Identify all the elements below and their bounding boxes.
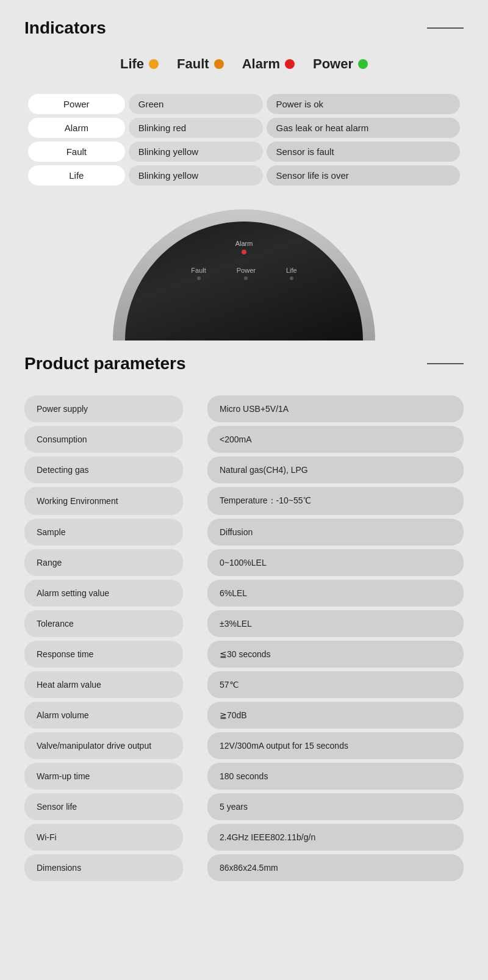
legend-dot-fault xyxy=(214,59,224,69)
product-params-section: Product parameters Power supply Micro US… xyxy=(24,354,464,885)
legend-dot-power xyxy=(358,59,368,69)
indicator-desc-1: Gas leak or heat alarm xyxy=(267,118,460,138)
param-spacer-1 xyxy=(183,426,207,453)
param-label-2: Detecting gas xyxy=(24,456,183,483)
legend-item-fault: Fault xyxy=(177,56,224,72)
param-spacer-9 xyxy=(183,671,207,698)
indicators-header-line xyxy=(427,27,464,29)
param-label-11: Valve/manipulator drive output xyxy=(24,732,183,759)
indicators-table: Power Green Power is ok Alarm Blinking r… xyxy=(24,90,464,189)
param-row: Heat alarm value 57℃ xyxy=(24,671,464,698)
param-value-8: ≦30 seconds xyxy=(207,641,464,668)
indicator-row: Power Green Power is ok xyxy=(28,94,460,114)
device-alarm-label: Alarm xyxy=(235,240,253,247)
param-value-6: 6%LEL xyxy=(207,580,464,607)
legend-item-power: Power xyxy=(313,56,368,72)
params-title: Product parameters xyxy=(24,354,186,373)
param-row: Warm-up time 180 seconds xyxy=(24,763,464,790)
param-spacer-13 xyxy=(183,793,207,820)
param-value-12: 180 seconds xyxy=(207,763,464,790)
param-label-12: Warm-up time xyxy=(24,763,183,790)
param-label-5: Range xyxy=(24,549,183,576)
device-indicator-0: Fault xyxy=(191,267,206,280)
param-row: Tolerance ±3%LEL xyxy=(24,610,464,637)
indicator-row: Alarm Blinking red Gas leak or heat alar… xyxy=(28,118,460,138)
device-outer: Alarm Fault Power Life xyxy=(113,209,375,340)
legend-label-alarm: Alarm xyxy=(242,56,280,72)
param-row: Dimensions 86x86x24.5mm xyxy=(24,854,464,881)
legend-label-fault: Fault xyxy=(177,56,209,72)
device-container: Alarm Fault Power Life xyxy=(24,207,464,342)
param-label-9: Heat alarm value xyxy=(24,671,183,698)
param-row: Detecting gas Natural gas(CH4), LPG xyxy=(24,456,464,483)
param-label-13: Sensor life xyxy=(24,793,183,820)
param-label-10: Alarm volume xyxy=(24,702,183,729)
legend-dot-alarm xyxy=(285,59,295,69)
params-table: Power supply Micro USB+5V/1A Consumption… xyxy=(24,392,464,885)
param-row: Wi-Fi 2.4GHz IEEE802.11b/g/n xyxy=(24,824,464,851)
param-row: Range 0~100%LEL xyxy=(24,549,464,576)
param-value-5: 0~100%LEL xyxy=(207,549,464,576)
param-label-1: Consumption xyxy=(24,426,183,453)
param-row: Working Environment Temperature：-10~55℃ xyxy=(24,487,464,515)
param-value-2: Natural gas(CH4), LPG xyxy=(207,456,464,483)
params-header-line xyxy=(427,363,464,364)
device-ind-dot-2 xyxy=(290,276,293,280)
param-label-0: Power supply xyxy=(24,395,183,422)
legend-item-alarm: Alarm xyxy=(242,56,295,72)
device-alarm-dot xyxy=(242,250,246,254)
indicators-title: Indicators xyxy=(24,18,106,38)
param-spacer-4 xyxy=(183,519,207,546)
param-label-4: Sample xyxy=(24,519,183,546)
param-value-9: 57℃ xyxy=(207,671,464,698)
param-row: Consumption <200mA xyxy=(24,426,464,453)
param-spacer-5 xyxy=(183,549,207,576)
device-ind-label-2: Life xyxy=(286,267,297,274)
param-spacer-10 xyxy=(183,702,207,729)
indicator-desc-0: Power is ok xyxy=(267,94,460,114)
legend-label-life: Life xyxy=(120,56,144,72)
indicator-label-3: Life xyxy=(28,165,125,186)
param-value-4: Diffusion xyxy=(207,519,464,546)
indicator-state-1: Blinking red xyxy=(129,118,263,138)
param-value-0: Micro USB+5V/1A xyxy=(207,395,464,422)
param-value-14: 2.4GHz IEEE802.11b/g/n xyxy=(207,824,464,851)
indicator-label-2: Fault xyxy=(28,142,125,162)
param-label-8: Response time xyxy=(24,641,183,668)
indicator-label-1: Alarm xyxy=(28,118,125,138)
param-value-13: 5 years xyxy=(207,793,464,820)
indicator-row: Life Blinking yellow Sensor life is over xyxy=(28,165,460,186)
param-row: Sample Diffusion xyxy=(24,519,464,546)
param-row: Alarm setting value 6%LEL xyxy=(24,580,464,607)
device-indicator-2: Life xyxy=(286,267,297,280)
device-ind-label-0: Fault xyxy=(191,267,206,274)
param-row: Sensor life 5 years xyxy=(24,793,464,820)
param-label-3: Working Environment xyxy=(24,487,183,515)
param-value-1: <200mA xyxy=(207,426,464,453)
legend-label-power: Power xyxy=(313,56,353,72)
param-spacer-0 xyxy=(183,395,207,422)
param-spacer-2 xyxy=(183,456,207,483)
param-spacer-8 xyxy=(183,641,207,668)
legend-row: Life Fault Alarm Power xyxy=(24,56,464,72)
indicator-row: Fault Blinking yellow Sensor is fault xyxy=(28,142,460,162)
param-spacer-14 xyxy=(183,824,207,851)
param-label-6: Alarm setting value xyxy=(24,580,183,607)
param-label-7: Tolerance xyxy=(24,610,183,637)
param-row: Valve/manipulator drive output 12V/300mA… xyxy=(24,732,464,759)
param-row: Response time ≦30 seconds xyxy=(24,641,464,668)
device-bottom-labels: Fault Power Life xyxy=(191,267,296,280)
indicator-state-2: Blinking yellow xyxy=(129,142,263,162)
indicator-desc-3: Sensor life is over xyxy=(267,165,460,186)
device-indicator-1: Power xyxy=(237,267,256,280)
device-ind-dot-0 xyxy=(197,276,201,280)
indicators-header: Indicators xyxy=(24,18,464,38)
legend-item-life: Life xyxy=(120,56,159,72)
param-spacer-15 xyxy=(183,854,207,881)
device-inner: Alarm Fault Power Life xyxy=(125,222,363,340)
param-spacer-6 xyxy=(183,580,207,607)
indicator-state-3: Blinking yellow xyxy=(129,165,263,186)
param-label-15: Dimensions xyxy=(24,854,183,881)
indicator-desc-2: Sensor is fault xyxy=(267,142,460,162)
indicator-label-0: Power xyxy=(28,94,125,114)
